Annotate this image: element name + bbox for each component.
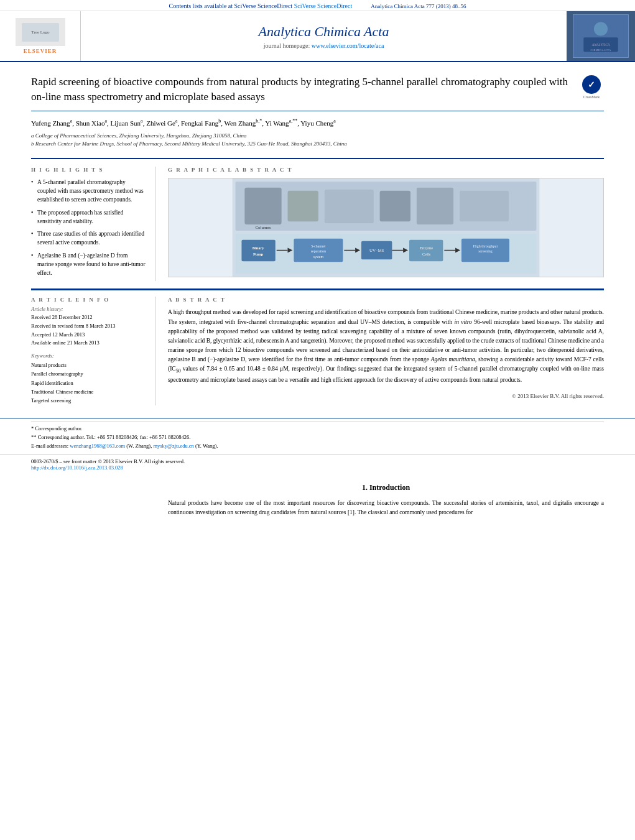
abstract-heading: A B S T R A C T [168, 297, 604, 303]
email1-name: W. Zhang [128, 443, 149, 449]
article-dates: Received 28 December 2012 Received in re… [31, 313, 146, 347]
svg-rect-32 [409, 240, 443, 262]
keywords-heading: Keywords: [31, 353, 146, 359]
bottom-info: 0003-2670/$ – see front matter © 2013 El… [0, 455, 635, 474]
svg-text:system: system [313, 255, 324, 259]
history-label: Article history: [31, 306, 146, 312]
svg-text:Binary: Binary [253, 245, 265, 249]
intro-section-heading: Introduction [369, 483, 410, 492]
article-content: Rapid screening of bioactive compounds f… [0, 62, 635, 418]
keyword-2: Parallel chromatography [31, 369, 146, 378]
graphical-abstract-heading: G R A P H I C A L A B S T R A C T [168, 167, 604, 173]
footnote-emails: E-mail addresses: wenzhang1968@163.com (… [31, 443, 604, 450]
email-label: E-mail addresses: [31, 443, 68, 449]
accepted-date: Accepted 12 March 2013 [31, 331, 146, 339]
footnote-corresponding1: * Corresponding author. [31, 425, 604, 433]
graphical-col: G R A P H I C A L A B S T R A C T [168, 167, 604, 282]
journal-homepage: journal homepage: www.elsevier.com/locat… [264, 42, 384, 49]
keywords-list: Natural products Parallel chromatography… [31, 361, 146, 405]
authors-line: Yufeng Zhanga, Shun Xiaoa, Lijuan Suna, … [31, 118, 604, 129]
copyright-line: © 2013 Elsevier B.V. All rights reserved… [168, 390, 604, 399]
highlights-graphical-section: H I G H L I G H T S A 5-channel parallel… [31, 158, 604, 290]
highlights-col: H I G H L I G H T S A 5-channel parallel… [31, 167, 155, 282]
svg-text:Enzyme: Enzyme [420, 245, 433, 249]
svg-text:separation: separation [311, 249, 326, 253]
journal-right-logo: ANALYTICA CHIMICA ACTA [567, 11, 635, 61]
top-bar-link[interactable]: SciVerse ScienceDirect [294, 2, 353, 9]
journal-cover-img: ANALYTICA CHIMICA ACTA [573, 14, 629, 58]
svg-text:High throughput: High throughput [473, 244, 498, 247]
svg-rect-11 [325, 190, 374, 223]
article-info-col: A R T I C L E I N F O Article history: R… [31, 297, 155, 405]
doi-link[interactable]: http://dx.doi.org/10.1016/j.aca.2013.03.… [31, 464, 123, 471]
elsevier-tree-icon: Tree Logo [16, 18, 65, 46]
received-date: Received 28 December 2012 [31, 313, 146, 322]
introduction-section: 1. Introduction Natural products have be… [0, 474, 635, 524]
elsevier-label: ELSEVIER [24, 48, 57, 54]
journal-header: Contents lists available at SciVerse Sci… [0, 0, 635, 62]
keyword-5: Targeted screening [31, 396, 146, 405]
homepage-link[interactable]: www.elsevier.com/locate/aca [312, 42, 384, 49]
intro-section-number: 1. [362, 483, 368, 492]
header-main: Tree Logo ELSEVIER Analytica Chimica Act… [0, 11, 635, 61]
svg-text:5-channel: 5-channel [311, 244, 326, 247]
affiliation-a: a College of Pharmaceutical Sciences, Zh… [31, 132, 604, 141]
svg-point-3 [594, 22, 608, 35]
intro-left [31, 483, 155, 518]
doi-line: http://dx.doi.org/10.1016/j.aca.2013.03.… [31, 464, 604, 471]
svg-rect-14 [460, 191, 509, 221]
keyword-1: Natural products [31, 361, 146, 369]
svg-rect-13 [417, 188, 453, 224]
crossmark-label: CrossMark [583, 95, 600, 99]
affiliation-b: b Research Center for Marine Drugs, Scho… [31, 140, 604, 149]
footnote-corresponding2: ** Corresponding author. Tel.: +86 571 8… [31, 434, 604, 441]
abstract-text: A high throughput method was developed f… [168, 308, 604, 385]
highlight-item-1: A 5-channel parallel chromatography coup… [31, 178, 146, 205]
highlight-item-4: Agelasine B and (−)-agelasine D from mar… [31, 251, 146, 278]
svg-text:Cells: Cells [422, 252, 431, 256]
two-col-intro: 1. Introduction Natural products have be… [31, 483, 604, 518]
revised-date: Received in revised form 8 March 2013 [31, 322, 146, 331]
volume-info: Analytica Chimica Acta 777 (2013) 48–56 [371, 3, 466, 9]
article-info-heading: A R T I C L E I N F O [31, 297, 146, 303]
keyword-3: Rapid identification [31, 379, 146, 387]
highlight-item-2: The proposed approach has satisfied sens… [31, 208, 146, 226]
footnotes-divider [31, 422, 604, 422]
journal-title: Analytica Chimica Acta [259, 24, 389, 40]
svg-text:Tree Logo: Tree Logo [31, 30, 50, 35]
article-title-section: Rapid screening of bioactive compounds f… [31, 75, 604, 111]
crossmark-icon[interactable]: ✓ [582, 75, 601, 94]
svg-rect-9 [244, 188, 281, 224]
svg-rect-17 [241, 240, 275, 262]
info-abstract-section: A R T I C L E I N F O Article history: R… [31, 289, 604, 405]
email2-name: Y. Wang [197, 443, 215, 449]
footnotes-area: * Corresponding author. ** Corresponding… [0, 418, 635, 455]
svg-rect-10 [288, 191, 318, 221]
abstract-col: A B S T R A C T A high throughput method… [168, 297, 604, 405]
svg-text:UV–MS: UV–MS [369, 247, 384, 252]
svg-text:Pump: Pump [253, 252, 264, 256]
intro-right: 1. Introduction Natural products have be… [168, 483, 604, 518]
crossmark-area[interactable]: ✓ CrossMark [579, 75, 604, 99]
intro-section-title: 1. Introduction [168, 483, 604, 492]
highlights-list: A 5-channel parallel chromatography coup… [31, 178, 146, 278]
svg-text:ANALYTICA: ANALYTICA [591, 43, 610, 47]
affiliations: a College of Pharmaceutical Sciences, Zh… [31, 132, 604, 149]
graphical-abstract-img: Columns Binary Pump 5-channel separ [168, 178, 604, 277]
svg-rect-12 [380, 191, 410, 221]
homepage-label: journal homepage: [264, 42, 310, 49]
top-bar-text: Contents lists available at SciVerse Sci… [169, 2, 293, 9]
email-link-2[interactable]: mysky@zju.edu.cn [153, 443, 193, 449]
intro-text: Natural products have become one of the … [168, 499, 604, 518]
keyword-4: Traditional Chinese medicine [31, 387, 146, 396]
page-wrapper: Contents lists available at SciVerse Sci… [0, 0, 635, 840]
highlight-item-3: Three case studies of this approach iden… [31, 229, 146, 247]
email-link-1[interactable]: wenzhang1968@163.com [70, 443, 125, 449]
journal-top-bar: Contents lists available at SciVerse Sci… [0, 0, 635, 11]
svg-text:Columns: Columns [256, 225, 271, 229]
svg-text:screening: screening [478, 249, 493, 253]
article-title: Rapid screening of bioactive compounds f… [31, 75, 579, 104]
journal-center: Analytica Chimica Acta journal homepage:… [81, 11, 567, 61]
highlights-heading: H I G H L I G H T S [31, 167, 146, 173]
svg-text:CHIMICA ACTA: CHIMICA ACTA [591, 48, 611, 52]
